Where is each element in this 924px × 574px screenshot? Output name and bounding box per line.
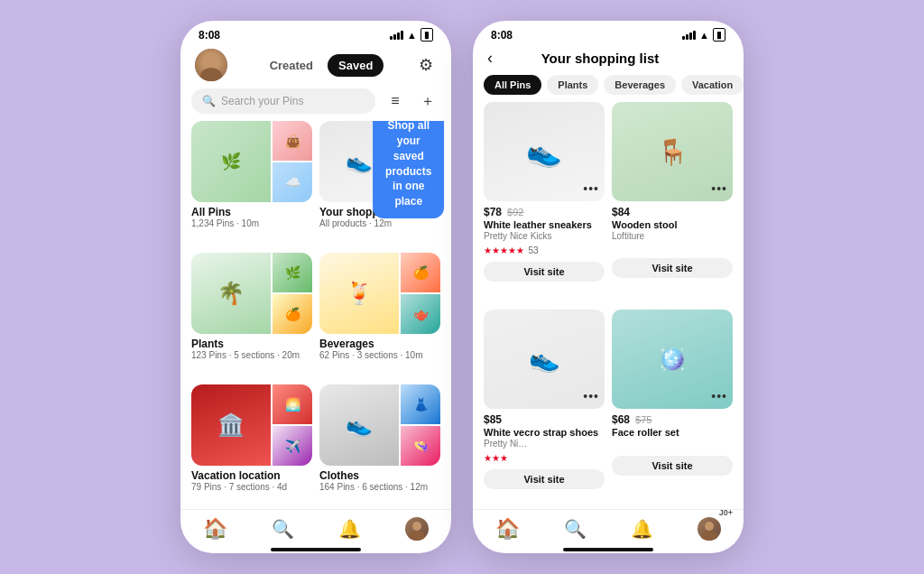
visit-btn-strap[interactable]: Visit site — [484, 469, 605, 489]
phone1-header: Created Saved ⚙ — [180, 45, 451, 88]
product-face-roller: 🪩 ••• $68 $75 Face roller set Visit site — [612, 310, 733, 510]
svg-point-5 — [701, 531, 717, 541]
nav-bell-2[interactable]: 🔔 — [631, 518, 653, 540]
price-current-sneaker: $78 — [484, 206, 502, 218]
nav-home-2[interactable]: 🏠 — [495, 517, 520, 541]
board-meta-shopping: All products · 12m — [319, 218, 440, 228]
product-brand-stool: Loftiture — [612, 231, 733, 241]
product-strap-shoes: 👟 ••• $85 White vecro strap shoes Pretty… — [484, 310, 605, 510]
clothes-images: 👟 👗 👒 — [319, 384, 440, 466]
search-icon: 🔍 — [202, 95, 216, 107]
svg-point-0 — [205, 55, 217, 68]
product-more-icon-strap[interactable]: ••• — [583, 389, 599, 403]
price-current-stool: $84 — [612, 206, 630, 218]
settings-icon[interactable]: ⚙ — [415, 54, 437, 76]
board-vacation[interactable]: 🏛️ 🌅 ✈️ Vacation location 79 Pins · 7 se… — [191, 384, 312, 509]
phone-2: 8:08 ▲ ▮ ‹ Your shopping list All Pins P… — [473, 21, 744, 553]
home-indicator-1 — [271, 548, 361, 551]
visit-btn-roller[interactable]: Visit site — [612, 456, 733, 476]
product-wooden-stool: 🪑 ••• $84 Wooden stool Loftiture Visit s… — [612, 102, 733, 302]
price-row-roller: $68 $75 — [612, 413, 733, 426]
board-title-vacation: Vacation location — [191, 469, 312, 482]
product-more-icon-roller[interactable]: ••• — [711, 389, 727, 403]
bottom-nav-1: 🏠 🔍 🔔 — [180, 509, 451, 544]
product-more-icon-stool[interactable]: ••• — [711, 181, 727, 196]
board-plants[interactable]: 🌴 🌿 🍊 Plants 123 Pins · 5 sections · 20m — [191, 253, 312, 377]
board-title-plants: Plants — [191, 338, 312, 350]
avatar[interactable] — [195, 49, 227, 81]
board-shopping-list[interactable]: 👟 💄 🌱 Your shopping list All products · … — [319, 121, 440, 245]
product-img-sneaker: 👟 ••• — [484, 102, 605, 201]
phones-container: 8:08 ▲ ▮ — [180, 21, 744, 553]
battery-icon: ▮ — [420, 28, 433, 42]
tab-created[interactable]: Created — [259, 54, 324, 77]
status-icons-2: ▲ ▮ — [682, 28, 725, 42]
nav-profile-2[interactable] — [698, 517, 721, 541]
board-title-clothes: Clothes — [319, 469, 440, 482]
more-count: J0+ — [719, 508, 736, 517]
board-title-beverages: Beverages — [319, 338, 440, 350]
filter-tab-plants[interactable]: Plants — [547, 75, 598, 95]
filter-icon[interactable]: ≡ — [383, 88, 408, 114]
signal-icon-2 — [682, 31, 696, 40]
shopping-list-title: Your shopping list — [500, 51, 700, 66]
product-img-stool: 🪑 ••• — [612, 102, 733, 201]
home-indicator-2 — [563, 548, 653, 551]
product-white-sneaker: 👟 ••• $78 $92 White leather sneakers Pre… — [484, 102, 605, 302]
allpins-images: 🌿 👜 ☁️ — [191, 121, 312, 202]
price-original-roller: $75 — [635, 414, 651, 425]
bev-images: 🍹 🍊 🫖 — [319, 253, 440, 334]
nav-search-2[interactable]: 🔍 — [564, 518, 587, 540]
status-bar-2: 8:08 ▲ ▮ — [473, 21, 744, 45]
product-more-icon-sneaker[interactable]: ••• — [583, 181, 599, 196]
bottom-nav-2: 🏠 🔍 🔔 J0+ — [473, 509, 744, 544]
product-grid: 👟 ••• $78 $92 White leather sneakers Pre… — [473, 102, 744, 509]
wifi-icon: ▲ — [407, 30, 417, 41]
visit-btn-stool[interactable]: Visit site — [612, 258, 733, 278]
nav-profile[interactable] — [405, 517, 429, 541]
tab-saved[interactable]: Saved — [328, 54, 383, 77]
nav-home[interactable]: 🏠 — [203, 517, 227, 541]
price-current-strap: $85 — [484, 413, 502, 426]
price-row-stool: $84 — [612, 206, 733, 218]
product-brand-strap: Pretty Ni… — [484, 439, 605, 449]
product-brand-sneaker: Pretty Nice Kicks — [484, 231, 605, 241]
svg-point-1 — [200, 68, 222, 81]
board-meta-plants: 123 Pins · 5 sections · 20m — [191, 350, 312, 360]
filter-tab-all-pins[interactable]: All Pins — [484, 75, 541, 95]
wifi-icon-2: ▲ — [699, 30, 709, 41]
svg-point-4 — [705, 522, 714, 531]
board-meta-vacation: 79 Pins · 7 sections · 4d — [191, 482, 312, 492]
product-img-roller: 🪩 ••• — [612, 310, 733, 409]
time-1: 8:08 — [199, 29, 220, 42]
plus-icon[interactable]: ＋ — [415, 88, 440, 114]
filter-tabs: All Pins Plants Beverages Vacation C — [473, 75, 744, 102]
board-all-pins[interactable]: 🌿 👜 ☁️ All Pins 1,234 Pins · 10m — [191, 121, 312, 245]
boards-grid: 🌿 👜 ☁️ All Pins 1,234 Pins · 10m 👟 💄 🌱 Y… — [180, 121, 451, 509]
price-current-roller: $68 — [612, 413, 630, 426]
status-icons-1: ▲ ▮ — [390, 28, 433, 42]
nav-search[interactable]: 🔍 — [272, 518, 294, 540]
nav-bell[interactable]: 🔔 — [338, 518, 361, 540]
visit-btn-sneaker[interactable]: Visit site — [484, 262, 605, 282]
product-name-strap: White vecro strap shoes — [484, 426, 605, 439]
battery-icon-2: ▮ — [713, 28, 725, 42]
board-beverages[interactable]: 🍹 🍊 🫖 Beverages 62 Pins · 3 sections · 1… — [319, 253, 440, 377]
back-button[interactable]: ‹ — [487, 49, 493, 68]
phone-1: 8:08 ▲ ▮ — [180, 21, 451, 553]
price-row-strap: $85 — [484, 413, 605, 426]
search-input-wrap[interactable]: 🔍 Search your Pins — [191, 88, 375, 114]
search-bar: 🔍 Search your Pins ≡ ＋ — [191, 88, 440, 114]
board-clothes[interactable]: 👟 👗 👒 Clothes 164 Pins · 6 sections · 12… — [319, 384, 440, 509]
board-meta-beverages: 62 Pins · 3 sections · 10m — [319, 350, 440, 360]
product-name-stool: Wooden stool — [612, 218, 733, 231]
svg-point-2 — [412, 522, 421, 531]
phone2-header: ‹ Your shopping list — [473, 45, 744, 75]
tab-group: Created Saved — [259, 54, 384, 77]
filter-tab-beverages[interactable]: Beverages — [604, 75, 676, 95]
vac-images: 🏛️ 🌅 ✈️ — [191, 384, 312, 466]
svg-point-3 — [409, 531, 425, 541]
filter-tab-vacation[interactable]: Vacation — [681, 75, 744, 95]
product-name-sneaker: White leather sneakers — [484, 218, 605, 231]
avatar-image — [195, 49, 227, 81]
